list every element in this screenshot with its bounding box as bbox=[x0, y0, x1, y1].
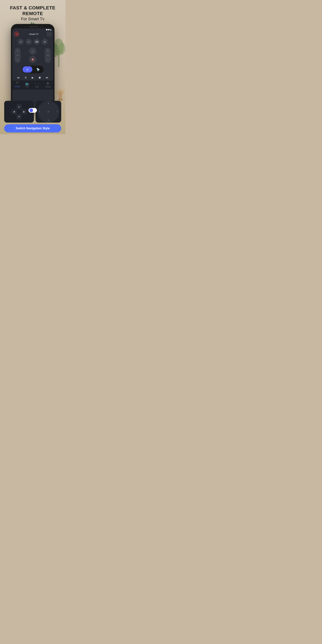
dpad-right-icon: ▶ bbox=[23, 110, 25, 113]
switch-navigation-button[interactable]: Switch Navigation Style bbox=[4, 124, 61, 132]
media-pause-button[interactable]: ⏸ bbox=[24, 76, 27, 79]
page-header: FAST & COMPLETE REMOTE For Smart Tv bbox=[0, 0, 66, 24]
nav-settings-icon: ⚙ bbox=[46, 82, 49, 85]
notch-dot-1 bbox=[22, 26, 23, 27]
power-icon: ⏻ bbox=[16, 33, 18, 36]
media-stop-button[interactable]: ⏹ bbox=[38, 76, 41, 79]
circle-left-button[interactable]: < bbox=[39, 110, 40, 113]
phone-screen: ⏻ ‹ Smart TV ⬡ ↺ ↩ ⌨ bbox=[12, 28, 53, 109]
status-circle-icon bbox=[48, 29, 50, 30]
toggle-knob bbox=[29, 108, 33, 112]
home-button[interactable]: ⌂ bbox=[29, 48, 36, 55]
enter-icon: ↵ bbox=[48, 110, 50, 113]
dpad-grid: ▲ ◀ ▶ ▼ bbox=[12, 104, 27, 119]
header-line2: For Smart Tv bbox=[3, 16, 62, 22]
notch-dot-3 bbox=[26, 26, 27, 27]
channel-control[interactable]: ∧ Ch ∨ bbox=[14, 48, 21, 63]
gear-icon: ⚙ bbox=[44, 40, 46, 43]
media-controls: ⏮ ⏸ ▶ ⏹ ⏭ bbox=[12, 74, 53, 80]
tv-title-label: Smart TV bbox=[29, 33, 38, 36]
circle-navigation: ∧ ∨ < > ↵ bbox=[36, 101, 61, 122]
remote-header: ⏻ ‹ Smart TV ⬡ bbox=[12, 31, 53, 38]
circle-dpad: ∧ ∨ < > ↵ bbox=[38, 101, 59, 122]
front-camera bbox=[42, 26, 44, 27]
dpad-left-icon: ◀ bbox=[13, 110, 15, 113]
circle-down-button[interactable]: ∨ bbox=[48, 119, 49, 121]
nav-cast-label: Cast bbox=[26, 86, 29, 88]
mode-toggle[interactable]: ⊙ 📡 bbox=[22, 66, 44, 73]
media-next-button[interactable]: ⏭ bbox=[46, 76, 48, 79]
channel-down-icon: ∨ bbox=[17, 59, 18, 61]
volume-control[interactable]: + Vol − bbox=[45, 48, 51, 63]
source-icon: ⬡ bbox=[48, 33, 50, 35]
volume-up-icon: + bbox=[47, 50, 48, 52]
dpad-down-button[interactable]: ▼ bbox=[16, 114, 22, 119]
mode-toggle-bar: ⊙ 📡 bbox=[12, 64, 53, 74]
nav-settings[interactable]: ⚙ Settings bbox=[45, 82, 51, 88]
center-buttons: ⌂ 🔇 bbox=[29, 48, 36, 63]
home-icon: ⌂ bbox=[32, 50, 33, 53]
dpad-center bbox=[16, 109, 22, 114]
bottom-navigation: 📱 Remote 📺 Cast ⋮⋮ Apps ⚙ Settings bbox=[12, 80, 53, 90]
status-triangle-icon bbox=[50, 29, 52, 30]
circle-up-button[interactable]: ∧ bbox=[48, 102, 49, 104]
channel-label: Ch bbox=[17, 55, 18, 56]
nav-remote-icon: 📱 bbox=[16, 82, 19, 85]
media-play-button[interactable]: ▶ bbox=[32, 76, 34, 79]
notch-dot-2 bbox=[24, 26, 25, 27]
volume-label: Vol bbox=[47, 55, 49, 56]
phone-notch bbox=[12, 26, 53, 27]
dpad-down-icon: ▼ bbox=[18, 116, 20, 118]
touchpad-icon: ⊙ bbox=[26, 68, 28, 71]
back-icon: ↺ bbox=[20, 40, 22, 43]
mute-button[interactable]: 🔇 bbox=[29, 56, 36, 63]
phone-frame: ⏻ ‹ Smart TV ⬡ ↺ ↩ ⌨ bbox=[11, 24, 54, 111]
circle-right-button[interactable]: > bbox=[57, 110, 58, 113]
status-square-icon bbox=[46, 29, 48, 30]
settings-button[interactable]: ⚙ bbox=[42, 39, 48, 45]
nav-style-toggle[interactable] bbox=[28, 108, 37, 113]
dpad-left-button[interactable]: ◀ bbox=[12, 109, 16, 114]
nav-cast[interactable]: 📺 Cast bbox=[25, 82, 29, 88]
navigation-overlay: ▲ ◀ ▶ ▼ bbox=[4, 101, 61, 122]
channel-up-icon: ∧ bbox=[17, 50, 18, 52]
touchpad-mode-toggle[interactable]: ⊙ bbox=[22, 66, 32, 72]
status-bar bbox=[12, 28, 53, 31]
media-prev-button[interactable]: ⏮ bbox=[17, 76, 20, 79]
notch-bar bbox=[28, 26, 38, 27]
nav-remote[interactable]: 📱 Remote bbox=[15, 82, 20, 88]
power-button[interactable]: ⏻ bbox=[14, 32, 19, 36]
undo-icon: ↩ bbox=[28, 40, 30, 43]
nav-apps-label: Apps bbox=[35, 86, 39, 88]
undo-button[interactable]: ↩ bbox=[26, 39, 32, 45]
notch-dot-4 bbox=[40, 26, 41, 27]
source-button[interactable]: ⬡ bbox=[47, 32, 51, 36]
control-buttons-row: ↺ ↩ ⌨ ⚙ bbox=[12, 38, 53, 46]
keyboard-button[interactable]: ⌨ bbox=[34, 39, 40, 45]
volume-down-icon: − bbox=[47, 58, 48, 61]
header-line1: FAST & COMPLETE REMOTE bbox=[3, 5, 62, 16]
middle-section: ∧ Ch ∨ ⌂ 🔇 + Vol − bbox=[12, 46, 53, 64]
dpad-up-icon: ▲ bbox=[18, 106, 20, 108]
mute-icon: 🔇 bbox=[31, 58, 34, 61]
dpad-right-button[interactable]: ▶ bbox=[22, 109, 27, 114]
nav-settings-label: Settings bbox=[45, 86, 51, 88]
dpad-up-button[interactable]: ▲ bbox=[16, 104, 22, 109]
svg-point-8 bbox=[59, 43, 66, 54]
back-chevron-icon[interactable]: ‹ bbox=[28, 33, 28, 35]
keyboard-icon: ⌨ bbox=[35, 40, 38, 43]
nav-apps-icon: ⋮⋮ bbox=[34, 82, 40, 85]
nav-apps[interactable]: ⋮⋮ Apps bbox=[34, 82, 40, 88]
remote-title-area: ‹ Smart TV bbox=[28, 33, 38, 36]
back-button[interactable]: ↺ bbox=[18, 39, 24, 45]
remote-icon: 📡 bbox=[36, 68, 40, 71]
nav-cast-icon: 📺 bbox=[25, 82, 29, 85]
remote-mode-toggle[interactable]: 📡 bbox=[33, 66, 43, 72]
nav-remote-label: Remote bbox=[15, 86, 20, 88]
circle-enter-button[interactable]: ↵ bbox=[46, 109, 52, 115]
